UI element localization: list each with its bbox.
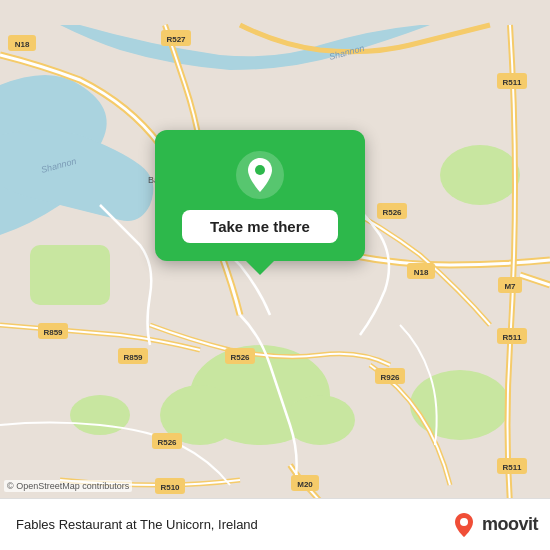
moovit-pin-icon	[450, 511, 478, 539]
popup-card: Take me there	[155, 130, 365, 261]
map-background: N18 R527 R511 R511 R511 R526 R526 R526 N…	[0, 0, 550, 550]
svg-text:R526: R526	[230, 353, 250, 362]
map-container: N18 R527 R511 R511 R511 R526 R526 R526 N…	[0, 0, 550, 550]
svg-text:M7: M7	[504, 282, 516, 291]
svg-rect-4	[30, 245, 110, 305]
svg-point-6	[70, 395, 130, 435]
svg-text:M20: M20	[297, 480, 313, 489]
svg-point-42	[255, 165, 265, 175]
svg-text:R859: R859	[123, 353, 143, 362]
svg-text:R527: R527	[166, 35, 186, 44]
svg-text:R511: R511	[502, 333, 522, 342]
svg-text:R859: R859	[43, 328, 63, 337]
location-pin-icon	[235, 150, 285, 200]
svg-point-43	[460, 518, 468, 526]
location-name: Fables Restaurant at The Unicorn, Irelan…	[12, 517, 450, 532]
svg-text:R526: R526	[382, 208, 402, 217]
svg-point-3	[285, 395, 355, 445]
svg-point-7	[440, 145, 520, 205]
svg-text:R511: R511	[502, 463, 522, 472]
svg-text:N18: N18	[15, 40, 30, 49]
bottom-bar: Fables Restaurant at The Unicorn, Irelan…	[0, 498, 550, 550]
moovit-text: moovit	[482, 514, 538, 535]
svg-text:R510: R510	[160, 483, 180, 492]
take-me-there-button[interactable]: Take me there	[182, 210, 338, 243]
svg-text:R511: R511	[502, 78, 522, 87]
svg-text:R526: R526	[157, 438, 177, 447]
moovit-logo: moovit	[450, 511, 538, 539]
svg-point-5	[410, 370, 510, 440]
svg-text:R926: R926	[380, 373, 400, 382]
svg-text:N18: N18	[414, 268, 429, 277]
osm-attribution: © OpenStreetMap contributors	[4, 480, 132, 492]
